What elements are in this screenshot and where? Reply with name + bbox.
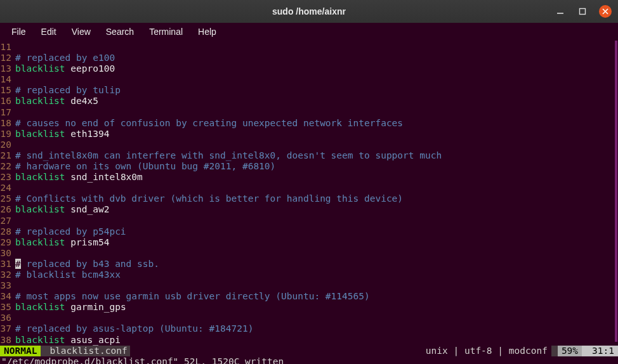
line-number: 21 [0, 150, 15, 161]
line-number: 11 [0, 42, 15, 53]
code-line: 32# blacklist bcm43xx [0, 270, 618, 280]
line-number: 34 [0, 291, 15, 302]
line-number: 14 [0, 74, 15, 85]
line-number: 35 [0, 302, 15, 313]
code-line: 36 [0, 313, 618, 323]
code-line: 35blacklist garmin_gps [0, 302, 618, 313]
window-controls [555, 5, 612, 18]
statusbar-spacer [136, 346, 422, 356]
menu-view[interactable]: View [65, 25, 97, 39]
menu-edit[interactable]: Edit [35, 25, 63, 39]
minimize-button[interactable] [555, 6, 565, 17]
code-line: 17 [0, 107, 618, 118]
line-number: 29 [0, 237, 15, 248]
code-line: 30 [0, 248, 618, 259]
window-title: sudo /home/aixnr [272, 6, 346, 16]
code-line: 18# causes no end of confusion by creati… [0, 118, 618, 129]
percent-label: 59% [558, 346, 582, 356]
cursor: # [15, 259, 21, 269]
code-line: 14 [0, 74, 618, 85]
line-number: 33 [0, 280, 15, 291]
line-number: 38 [0, 335, 15, 346]
menu-search[interactable]: Search [100, 25, 140, 39]
line-number: 30 [0, 248, 15, 259]
line-number: 23 [0, 172, 15, 183]
code-line: 21# snd_intel8x0m can interfere with snd… [0, 150, 618, 161]
code-line: 25# Conflicts with dvb driver (which is … [0, 193, 618, 204]
line-number: 28 [0, 226, 15, 237]
line-number: 27 [0, 216, 15, 226]
separator-icon [41, 346, 47, 356]
menubar: File Edit View Search Terminal Help [0, 23, 618, 41]
code-line: 38blacklist asus_acpi [0, 335, 618, 346]
menu-file[interactable]: File [5, 25, 32, 39]
menu-terminal[interactable]: Terminal [143, 25, 189, 39]
editor-area[interactable]: 1112# replaced by e10013blacklist eepro1… [0, 41, 618, 346]
line-number: 18 [0, 118, 15, 129]
code-line: 22# hardware on its own (Ubuntu bug #201… [0, 161, 618, 172]
code-line: 33 [0, 280, 618, 291]
code-line: 15# replaced by tulip [0, 85, 618, 96]
position-label: 31:1 [588, 346, 618, 356]
message-line: "/etc/modprobe.d/blacklist.conf" 52L, 15… [0, 356, 618, 364]
separator-icon [582, 346, 588, 356]
line-number: 37 [0, 323, 15, 334]
titlebar: sudo /home/aixnr [0, 0, 618, 23]
line-number: 19 [0, 129, 15, 140]
line-number: 22 [0, 161, 15, 172]
line-number: 17 [0, 107, 15, 118]
code-line: 16blacklist de4x5 [0, 96, 618, 107]
code-line: 26blacklist snd_aw2 [0, 204, 618, 215]
line-number: 15 [0, 85, 15, 96]
line-number: 20 [0, 140, 15, 150]
code-line: 27 [0, 216, 618, 226]
line-number: 13 [0, 63, 15, 74]
mode-indicator: NORMAL [0, 346, 41, 356]
code-line: 24 [0, 183, 618, 193]
line-number: 31 [0, 259, 15, 270]
code-line: 34# most apps now use garmin usb driver … [0, 291, 618, 302]
line-number: 16 [0, 96, 15, 107]
code-line: 11 [0, 42, 618, 53]
close-button[interactable] [599, 5, 612, 18]
line-number: 26 [0, 204, 15, 215]
line-number: 36 [0, 313, 15, 323]
statusbar: NORMAL blacklist.conf unix | utf-8 | mod… [0, 346, 618, 356]
code-line: 20 [0, 140, 618, 150]
code-line: 23blacklist snd_intel8x0m [0, 172, 618, 183]
line-number: 12 [0, 53, 15, 63]
maximize-button[interactable] [577, 6, 588, 17]
scrollbar[interactable] [615, 41, 617, 342]
menu-help[interactable]: Help [192, 25, 223, 39]
code-line: 37# replaced by asus-laptop (Ubuntu: #18… [0, 323, 618, 334]
separator-icon [130, 346, 136, 356]
fileinfo-label: unix | utf-8 | modconf [422, 346, 551, 356]
code-line: 28# replaced by p54pci [0, 226, 618, 237]
line-number: 32 [0, 270, 15, 280]
filename-label: blacklist.conf [47, 346, 129, 356]
code-line: 31# replaced by b43 and ssb. [0, 259, 618, 270]
code-line: 12# replaced by e100 [0, 53, 618, 63]
code-line: 19blacklist eth1394 [0, 129, 618, 140]
code-line: 13blacklist eepro100 [0, 63, 618, 74]
line-number: 25 [0, 193, 15, 204]
line-number: 24 [0, 183, 15, 193]
code-line: 29blacklist prism54 [0, 237, 618, 248]
separator-icon [551, 346, 558, 356]
svg-rect-1 [579, 9, 585, 15]
